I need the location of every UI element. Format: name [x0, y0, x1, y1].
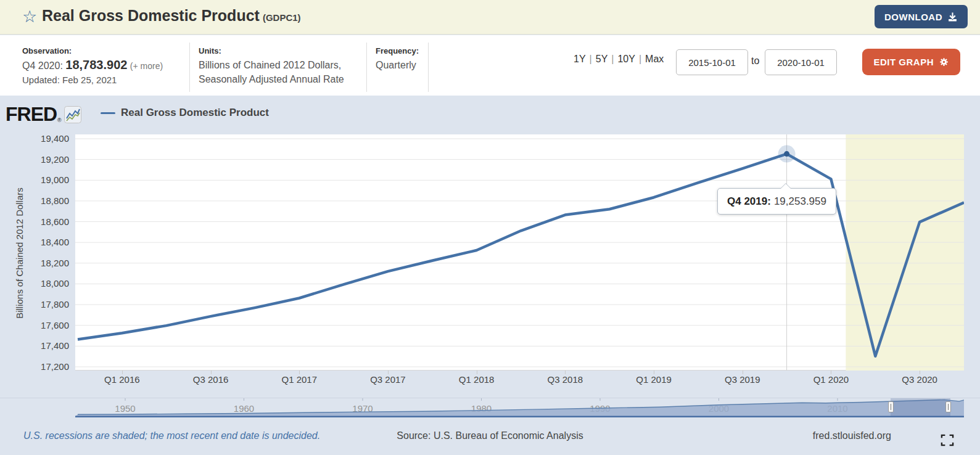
y-axis-tick: 19,000: [14, 174, 69, 185]
highlight-dot: [784, 151, 789, 157]
y-axis-tick: 17,600: [14, 320, 69, 330]
y-axis-tick: 19,200: [14, 154, 69, 165]
download-button[interactable]: DOWNLOAD: [875, 5, 968, 28]
x-axis-tick: Q3 2016: [183, 374, 239, 385]
series-title: Real Gross Domestic Product: [42, 7, 260, 24]
chart-legend: Real Gross Domestic Product: [101, 107, 269, 119]
x-axis-tick: Q3 2018: [537, 374, 593, 385]
edit-graph-button[interactable]: EDIT GRAPH: [862, 49, 960, 75]
source-text: Source: U.S. Bureau of Economic Analysis: [397, 430, 583, 441]
x-axis-tick: Q3 2017: [360, 374, 416, 385]
download-icon: [947, 12, 958, 22]
download-button-label: DOWNLOAD: [884, 12, 942, 22]
divider: [366, 43, 367, 92]
range-links: 1Y|5Y|10Y|Max: [574, 54, 664, 65]
legend-series-label: Real Gross Domestic Product: [121, 107, 269, 119]
gear-icon: [939, 57, 949, 67]
range-link-max[interactable]: Max: [645, 54, 664, 64]
mini-timeline[interactable]: [75, 398, 964, 417]
edit-graph-button-label: EDIT GRAPH: [873, 57, 934, 67]
y-axis-tick: 18,200: [14, 258, 69, 268]
plot-area[interactable]: [75, 134, 964, 371]
gdp-series-line: [78, 154, 964, 356]
observation-value: 18,783.902: [65, 58, 127, 72]
recession-note-link[interactable]: U.S. recessions are shaded; the most rec…: [23, 430, 320, 441]
range-link-1y[interactable]: 1Y: [574, 54, 586, 64]
fred-logo[interactable]: FRED ®: [6, 103, 81, 126]
y-axis-tick: 18,800: [14, 195, 69, 206]
x-axis-tick: Q1 2016: [94, 374, 150, 385]
brush-selection: [891, 398, 950, 417]
range-link-5y[interactable]: 5Y: [596, 54, 608, 64]
y-axis-tick: 18,400: [14, 237, 69, 247]
units-line2: Seasonally Adjusted Annual Rate: [199, 72, 344, 86]
tooltip-period: Q4 2019:: [727, 195, 771, 208]
observation-label: Observation:: [22, 46, 163, 55]
observation-cell: Observation: Q4 2020: 18,783.902 (+ more…: [22, 46, 163, 85]
legend-line-swatch: [101, 112, 115, 114]
x-axis-tick: Q1 2019: [626, 374, 681, 385]
y-axis-tick: 17,800: [14, 299, 69, 309]
frequency-label: Frequency:: [376, 46, 419, 55]
date-from-input[interactable]: [676, 49, 748, 75]
tooltip-value: 19,253.959: [774, 195, 826, 208]
y-axis-tick: 17,400: [14, 340, 69, 351]
site-link[interactable]: fred.stlouisfed.org: [813, 430, 891, 441]
x-axis-tick: Q1 2017: [271, 374, 327, 385]
date-range-to-label: to: [751, 55, 759, 67]
x-axis-tick: Q3 2019: [715, 374, 770, 385]
observation-updated: Updated: Feb 25, 2021: [22, 75, 163, 85]
observation-more-link[interactable]: (+ more): [130, 61, 163, 71]
fred-sparkline-icon: [64, 106, 81, 123]
fullscreen-icon[interactable]: [941, 434, 954, 446]
gdp-line-chart: [75, 134, 964, 371]
brush-handle-right[interactable]: [945, 401, 951, 412]
frequency-cell: Frequency: Quarterly: [376, 46, 419, 72]
x-axis-tick: Q3 2020: [892, 374, 947, 385]
brush-handle-left[interactable]: [888, 401, 894, 412]
favorite-star-icon[interactable]: ☆: [22, 7, 37, 26]
chart-tooltip: Q4 2019: 19,253.959: [717, 188, 836, 215]
page-title: Real Gross Domestic Product(GDPC1): [42, 7, 301, 25]
title-band: ☆ Real Gross Domestic Product(GDPC1) DOW…: [0, 0, 980, 35]
x-axis-tick: Q1 2018: [449, 374, 504, 385]
recession-shading: [846, 134, 964, 371]
observation-period: Q4 2020:: [22, 60, 63, 71]
units-label: Units:: [199, 46, 344, 55]
y-axis-tick: 18,000: [14, 278, 69, 289]
divider: [189, 43, 190, 92]
y-axis-tick: 18,600: [14, 216, 69, 227]
range-link-10y[interactable]: 10Y: [617, 54, 635, 64]
chart-section: FRED ® Real Gross Domestic Product Billi…: [0, 96, 980, 455]
y-axis-tick: 17,200: [14, 361, 69, 372]
fred-logo-text: FRED: [6, 103, 57, 126]
y-axis-tick: 19,400: [14, 133, 69, 144]
x-axis-tick: Q1 2020: [803, 374, 859, 385]
frequency-value: Quarterly: [376, 58, 419, 72]
divider: [428, 43, 429, 92]
date-to-input[interactable]: [765, 49, 837, 75]
units-line1: Billions of Chained 2012 Dollars,: [199, 58, 344, 72]
registered-mark: ®: [57, 117, 62, 123]
meta-band: Observation: Q4 2020: 18,783.902 (+ more…: [0, 35, 980, 96]
series-id: (GDPC1): [263, 12, 301, 23]
units-cell: Units: Billions of Chained 2012 Dollars,…: [199, 46, 344, 86]
